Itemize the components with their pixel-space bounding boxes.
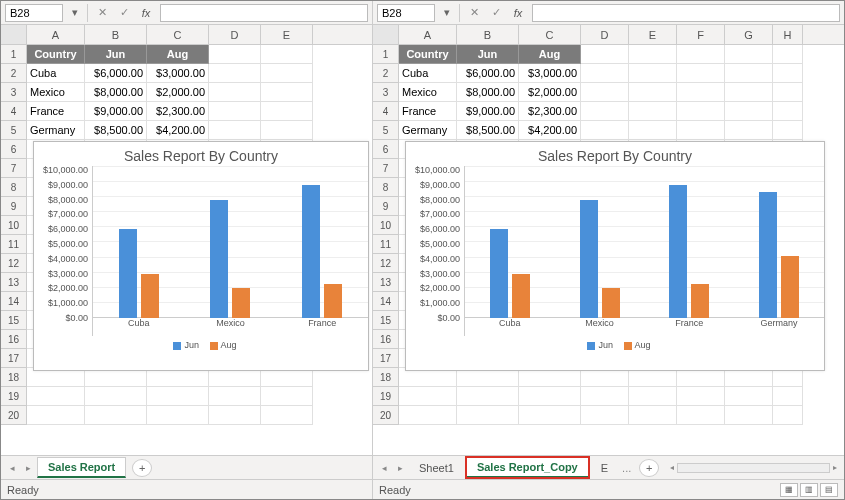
cell[interactable] [261,64,313,83]
cell[interactable]: $2,300.00 [147,102,209,121]
row-header[interactable]: 13 [1,273,27,292]
tab-nav-prev-icon[interactable]: ◂ [5,463,19,473]
cell[interactable] [725,406,773,425]
select-all-corner[interactable] [1,25,27,44]
row-header[interactable]: 20 [1,406,27,425]
embedded-chart[interactable]: Sales Report By Country $10,000.00$9,000… [33,141,369,371]
cell[interactable] [629,45,677,64]
enter-icon[interactable]: ✓ [488,6,504,19]
scroll-left-icon[interactable]: ◂ [667,463,677,473]
row-header[interactable]: 18 [1,368,27,387]
cell[interactable] [519,406,581,425]
cell[interactable]: $6,000.00 [85,64,147,83]
cell[interactable]: $4,200.00 [519,121,581,140]
name-box[interactable]: B28 [377,4,435,22]
formula-input[interactable] [532,4,840,22]
row-header[interactable]: 3 [1,83,27,102]
cell[interactable]: Country [27,45,85,64]
cell[interactable] [773,406,803,425]
cell[interactable]: $8,000.00 [85,83,147,102]
cell[interactable] [629,406,677,425]
cell[interactable] [27,406,85,425]
cell[interactable]: $8,500.00 [457,121,519,140]
row-header[interactable]: 18 [373,368,399,387]
cell[interactable] [581,387,629,406]
cell[interactable]: $8,000.00 [457,83,519,102]
row-header[interactable]: 12 [373,254,399,273]
row-header[interactable]: 13 [373,273,399,292]
column-header[interactable]: A [27,25,85,44]
tab-nav-next-icon[interactable]: ▸ [21,463,35,473]
cell[interactable]: $2,300.00 [519,102,581,121]
cell[interactable]: Cuba [399,64,457,83]
cell[interactable] [85,406,147,425]
formula-input[interactable] [160,4,368,22]
sheet-tab-sales-report[interactable]: Sales Report [37,457,126,478]
row-header[interactable]: 9 [373,197,399,216]
column-header[interactable]: C [147,25,209,44]
cell[interactable]: $4,200.00 [147,121,209,140]
column-header[interactable]: H [773,25,803,44]
cell[interactable]: Country [399,45,457,64]
name-box-dropdown-icon[interactable]: ▾ [69,6,81,19]
cell[interactable] [399,406,457,425]
cell[interactable] [629,83,677,102]
tab-nav-next-icon[interactable]: ▸ [393,463,407,473]
horizontal-scrollbar[interactable]: ◂ ▸ [667,463,840,473]
row-header[interactable]: 16 [373,330,399,349]
cell[interactable] [773,83,803,102]
row-header[interactable]: 14 [373,292,399,311]
cell[interactable] [209,406,261,425]
name-box-dropdown-icon[interactable]: ▾ [441,6,453,19]
grid-area[interactable]: 1CountryJunAug2Cuba$6,000.00$3,000.003Me… [373,45,844,455]
cell[interactable] [629,121,677,140]
cell[interactable] [209,45,261,64]
cell[interactable] [209,387,261,406]
cell[interactable] [457,387,519,406]
cell[interactable] [519,387,581,406]
column-header[interactable]: E [629,25,677,44]
cell[interactable] [581,406,629,425]
cell[interactable] [209,64,261,83]
row-header[interactable]: 16 [1,330,27,349]
embedded-chart[interactable]: Sales Report By Country $10,000.00$9,000… [405,141,825,371]
cell[interactable] [581,83,629,102]
view-normal-icon[interactable]: ▦ [780,483,798,497]
cell[interactable] [399,387,457,406]
cell[interactable] [629,64,677,83]
row-header[interactable]: 2 [1,64,27,83]
name-box[interactable]: B28 [5,4,63,22]
cell[interactable] [581,45,629,64]
cell[interactable] [773,121,803,140]
cell[interactable]: Mexico [399,83,457,102]
cell[interactable]: Cuba [27,64,85,83]
row-header[interactable]: 6 [1,140,27,159]
fx-icon[interactable]: fx [138,7,154,19]
new-sheet-button[interactable]: + [639,459,659,477]
cell[interactable] [209,121,261,140]
cancel-icon[interactable]: ✕ [466,6,482,19]
cell[interactable] [261,102,313,121]
cell[interactable]: $6,000.00 [457,64,519,83]
cell[interactable] [725,64,773,83]
cell[interactable] [147,387,209,406]
row-header[interactable]: 20 [373,406,399,425]
cell[interactable] [677,45,725,64]
cell[interactable] [457,406,519,425]
row-header[interactable]: 17 [1,349,27,368]
cell[interactable]: Aug [519,45,581,64]
cell[interactable] [725,83,773,102]
cell[interactable] [677,121,725,140]
grid-area[interactable]: 1CountryJunAug2Cuba$6,000.00$3,000.003Me… [1,45,372,455]
row-header[interactable]: 11 [1,235,27,254]
cell[interactable]: Germany [399,121,457,140]
enter-icon[interactable]: ✓ [116,6,132,19]
cell[interactable] [261,45,313,64]
sheet-tab-truncated[interactable]: E [591,459,618,477]
cell[interactable] [209,102,261,121]
cell[interactable]: $3,000.00 [519,64,581,83]
cell[interactable] [147,406,209,425]
cell[interactable] [209,83,261,102]
row-header[interactable]: 6 [373,140,399,159]
row-header[interactable]: 2 [373,64,399,83]
